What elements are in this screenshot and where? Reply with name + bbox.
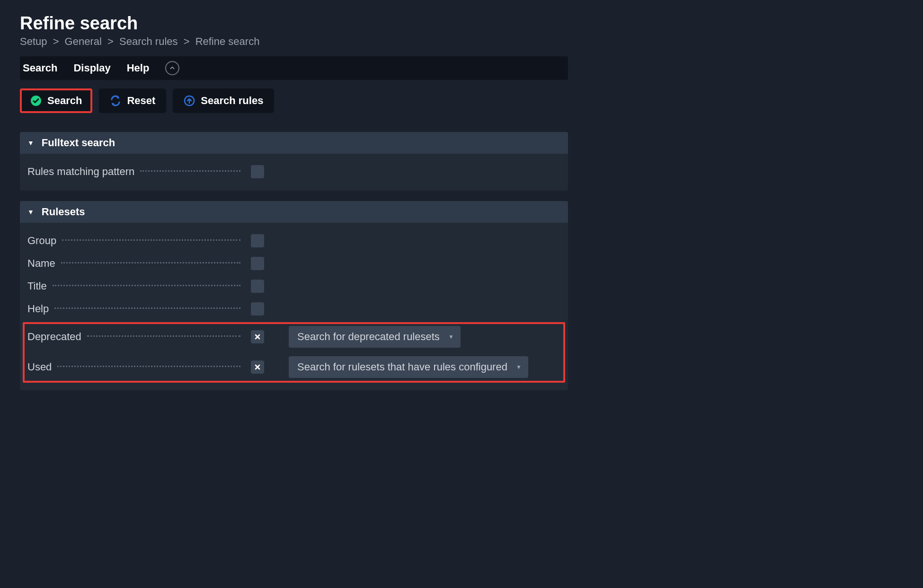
panel-fulltext: ▼ Fulltext search Rules matching pattern <box>20 132 568 191</box>
dots-filler <box>53 285 240 286</box>
page-title: Refine search <box>20 13 568 34</box>
breadcrumb-item[interactable]: Search rules <box>119 35 178 47</box>
dots-filler <box>87 335 240 337</box>
caret-down-icon: ▼ <box>516 364 522 370</box>
breadcrumb-item[interactable]: Setup <box>20 35 47 47</box>
reset-button[interactable]: Reset <box>99 88 166 113</box>
checkbox-name[interactable] <box>251 257 264 270</box>
checkbox-title[interactable] <box>251 280 264 293</box>
highlighted-rows: Deprecated Search for deprecated ruleset… <box>23 322 565 383</box>
refresh-icon <box>110 95 121 106</box>
panel-fulltext-header[interactable]: ▼ Fulltext search <box>20 132 568 154</box>
row-deprecated: Deprecated Search for deprecated ruleset… <box>25 325 563 349</box>
row-title: Title <box>25 275 563 298</box>
menu-help[interactable]: Help <box>127 62 150 74</box>
label-name: Name <box>27 257 58 270</box>
breadcrumb-item-current: Refine search <box>195 35 260 47</box>
collapse-button[interactable] <box>165 61 179 75</box>
caret-down-icon: ▼ <box>448 333 454 340</box>
breadcrumb-item[interactable]: General <box>65 35 102 47</box>
dots-filler <box>61 262 240 263</box>
label-group: Group <box>27 235 59 247</box>
checkbox-rules-pattern[interactable] <box>251 165 264 178</box>
row-name: Name <box>25 252 563 275</box>
page-root: Refine search Setup > General > Search r… <box>0 0 577 420</box>
breadcrumb-separator: > <box>50 35 62 47</box>
select-used-value: Search for rulesets that have rules conf… <box>297 361 507 373</box>
panel-fulltext-title: Fulltext search <box>42 137 115 149</box>
actionbar: Search Reset Search rules <box>20 88 568 113</box>
menu-display[interactable]: Display <box>73 62 110 74</box>
caret-down-icon: ▼ <box>27 208 34 216</box>
panel-fulltext-body: Rules matching pattern <box>20 154 568 191</box>
menubar: Search Display Help <box>20 56 568 80</box>
chevron-up-icon <box>169 65 176 71</box>
dots-filler <box>62 239 240 241</box>
breadcrumb-separator: > <box>105 35 116 47</box>
row-help: Help <box>25 298 563 320</box>
menu-search[interactable]: Search <box>23 62 57 74</box>
close-icon <box>254 363 261 371</box>
label-help: Help <box>27 303 52 315</box>
select-deprecated-value: Search for deprecated rulesets <box>297 331 440 343</box>
checkbox-help[interactable] <box>251 302 264 316</box>
label-title: Title <box>27 280 50 292</box>
select-used[interactable]: Search for rulesets that have rules conf… <box>289 356 528 378</box>
panel-rulesets-body: Group Name Title <box>20 223 568 390</box>
breadcrumb-separator: > <box>181 35 193 47</box>
check-circle-icon <box>30 95 42 106</box>
reset-button-label: Reset <box>127 95 155 107</box>
row-rules-matching-pattern: Rules matching pattern <box>25 160 563 183</box>
breadcrumb: Setup > General > Search rules > Refine … <box>20 35 568 48</box>
label-deprecated: Deprecated <box>27 331 84 343</box>
label-used: Used <box>27 361 54 373</box>
checkbox-group[interactable] <box>251 234 264 247</box>
search-button[interactable]: Search <box>20 88 92 113</box>
panel-rulesets-title: Rulesets <box>42 206 85 218</box>
search-rules-button[interactable]: Search rules <box>173 88 274 113</box>
select-deprecated[interactable]: Search for deprecated rulesets ▼ <box>289 326 461 348</box>
caret-down-icon: ▼ <box>27 139 34 147</box>
checkbox-used[interactable] <box>251 360 264 374</box>
label-rules-pattern: Rules matching pattern <box>27 166 137 178</box>
close-icon <box>254 333 261 341</box>
arrow-up-circle-icon <box>184 95 195 106</box>
dots-filler <box>57 366 240 367</box>
checkbox-deprecated[interactable] <box>251 330 264 343</box>
panel-rulesets: ▼ Rulesets Group Name <box>20 201 568 390</box>
row-group: Group <box>25 229 563 252</box>
dots-filler <box>54 307 240 309</box>
row-used: Used Search for rulesets that have rules… <box>25 355 563 379</box>
search-button-label: Search <box>47 95 82 107</box>
search-rules-button-label: Search rules <box>201 95 263 107</box>
dots-filler <box>140 170 240 172</box>
panel-rulesets-header[interactable]: ▼ Rulesets <box>20 201 568 223</box>
